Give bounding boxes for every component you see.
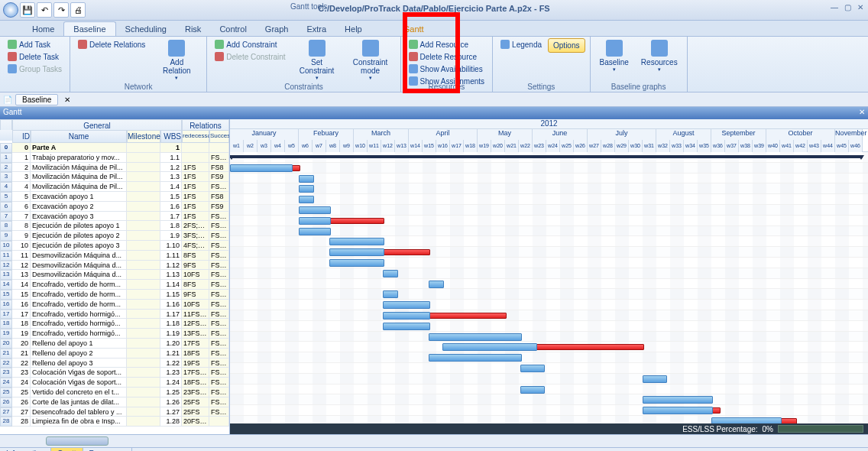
table-row[interactable]: 2222Relleno del apoyo 31.2219FSFS28	[0, 359, 229, 368]
ribbon-add-constraint[interactable]: Add Constraint	[212, 38, 288, 50]
table-row[interactable]: 2525Vertido del concreto en el t...1.252…	[0, 388, 229, 397]
maximize-icon[interactable]: ▢	[844, 3, 851, 11]
tab-help[interactable]: Help	[335, 22, 371, 36]
col-successors[interactable]: Succes	[209, 130, 229, 143]
table-row[interactable]: 1212Desmovilización Máquina d...1.129FSF…	[0, 261, 229, 271]
gantt-bar[interactable]	[230, 164, 293, 172]
table-row[interactable]: 2323Colocación Vigas de soport...1.2317F…	[0, 368, 229, 378]
options-button[interactable]: Options	[548, 38, 585, 53]
table-row[interactable]: 1414Encofrado, vertido de horm...1.148FS…	[0, 280, 229, 290]
tab-home[interactable]: Home	[23, 22, 63, 36]
table-row[interactable]: 1515Encofrado, vertido de horm...1.159FS…	[0, 290, 229, 300]
ribbon-add-resource[interactable]: Add Resource	[406, 38, 488, 50]
qat-redo-icon[interactable]: ↷	[53, 2, 69, 18]
table-row[interactable]: 1717Encofrado, vertido hormigó...1.1711F…	[0, 310, 229, 320]
table-row[interactable]: 77Excavación apoyo 31.71FSFS10	[0, 212, 229, 222]
table-row[interactable]: 2828Limpieza fin de obra e Insp...1.2820…	[0, 417, 229, 427]
gantt-bar[interactable]	[299, 185, 314, 193]
qat-undo-icon[interactable]: ↶	[37, 2, 52, 18]
gantt-bar[interactable]	[329, 259, 384, 267]
table-row[interactable]: 2121Relleno del apoyo 21.2118FSFS28	[0, 349, 229, 359]
table-row[interactable]: 2727Desencofrado del tablero y ...1.2725…	[0, 407, 229, 417]
table-row[interactable]: 1111Desmovilización Máquina d...1.118FSF…	[0, 251, 229, 261]
col-predecessors[interactable]: redecesso	[182, 130, 209, 143]
table-row[interactable]: 1616Encofrado, vertido de horm...1.1610F…	[0, 300, 229, 310]
ribbon-delete-task[interactable]: Delete Task	[5, 50, 65, 63]
gantt-bar[interactable]	[299, 206, 331, 214]
horizontal-scrollbar[interactable]	[0, 434, 868, 447]
gantt-bar[interactable]	[383, 301, 430, 309]
close-subtab-icon[interactable]: ✕	[64, 96, 70, 104]
ribbon-delete-resource[interactable]: Delete Resource	[406, 50, 488, 63]
tab-baseline[interactable]: Baseline	[63, 21, 115, 36]
table-row[interactable]: 1919Encofrado, vertido hormigó...1.1913F…	[0, 329, 229, 339]
tab-risk[interactable]: Risk	[176, 22, 210, 36]
gantt-bar[interactable]	[643, 407, 713, 414]
table-row[interactable]: 99Ejecución de pilotes apoyo 21.93FS;6FS…	[0, 231, 229, 241]
col-name[interactable]: Name	[31, 130, 127, 143]
gantt-bar[interactable]	[429, 313, 507, 319]
ribbon-delete-relations[interactable]: Delete Relations	[75, 38, 148, 50]
table-row[interactable]: 2424Colocación Vigas de soport...1.2418F…	[0, 378, 229, 388]
tab-control[interactable]: Control	[210, 22, 255, 36]
ribbon-baseline[interactable]: Baseline▾	[595, 38, 633, 74]
gantt-bar[interactable]	[383, 312, 430, 320]
gantt-bar[interactable]	[429, 333, 522, 341]
table-row[interactable]: 00Parte A1	[0, 143, 229, 153]
tab-scheduling[interactable]: Scheduling	[116, 22, 176, 36]
table-row[interactable]: 1010Ejecución de pilotes apoyo 31.104FS;…	[0, 241, 229, 251]
gantt-bar[interactable]	[429, 281, 444, 288]
gantt-bar[interactable]	[442, 343, 537, 351]
app-orb[interactable]	[3, 2, 18, 18]
gantt-bar[interactable]	[643, 375, 667, 383]
gantt-bar[interactable]	[299, 196, 314, 203]
gantt-bar[interactable]	[520, 365, 545, 372]
gantt-bar[interactable]	[383, 290, 398, 298]
table-row[interactable]: 44Movilización Máquina de Pil...1.41FSFS…	[0, 182, 229, 192]
table-row[interactable]: 33Movilización Máquina de Pil...1.31FSFS…	[0, 172, 229, 182]
qat-print-icon[interactable]: 🖨	[70, 2, 86, 18]
gantt-bar[interactable]	[643, 396, 713, 404]
gantt-bar[interactable]	[299, 175, 314, 183]
subtab-baseline[interactable]: Baseline	[15, 94, 58, 105]
table-row[interactable]: 66Excavación apoyo 21.61FSFS9	[0, 202, 229, 212]
gantt-bar[interactable]	[299, 217, 331, 225]
gantt-bar[interactable]	[383, 270, 398, 277]
ribbon-constraint-mode[interactable]: Constraint mode▾	[345, 38, 396, 83]
table-row[interactable]: 1313Desmovilización Máquina d...1.1310FS…	[0, 270, 229, 280]
bottom-tab-gantt[interactable]: Gantt	[51, 448, 83, 451]
ribbon-add-task[interactable]: Add Task	[5, 38, 65, 50]
table-row[interactable]: 11Trabajo preparatorio y mov...1.1FS2;FS	[0, 153, 229, 163]
bottom-tab-resources[interactable]: Resources	[83, 448, 133, 451]
gantt-bar[interactable]	[230, 155, 863, 158]
gantt-bar[interactable]	[383, 323, 430, 330]
gantt-bar[interactable]	[329, 238, 384, 245]
tab-extra[interactable]: Extra	[297, 22, 335, 36]
ribbon-show-availabilities[interactable]: Show Availabilities	[406, 63, 488, 75]
gantt-bar[interactable]	[383, 249, 430, 255]
gantt-chart[interactable]: 2012 JanuaryFebuaryMarchAprilMayJuneJuly…	[230, 119, 868, 434]
col-id[interactable]: ID	[12, 130, 31, 143]
gantt-bar[interactable]	[429, 354, 522, 362]
ribbon-set-constraint[interactable]: Set Constraint▾	[292, 38, 342, 83]
col-wbs[interactable]: WBS	[160, 130, 182, 143]
pane-close-icon[interactable]: ✕	[859, 108, 865, 118]
close-icon[interactable]: ✕	[857, 3, 863, 11]
table-row[interactable]: 1818Encofrado, vertido hormigó...1.1812F…	[0, 319, 229, 329]
minimize-icon[interactable]: —	[831, 3, 838, 11]
table-row[interactable]: 55Excavación apoyo 11.51FSFS8	[0, 192, 229, 202]
table-row[interactable]: 88Ejecución de pilotes apoyo 11.82FS;5FS…	[0, 221, 229, 231]
tab-graph[interactable]: Graph	[256, 22, 298, 36]
bottom-tab-information[interactable]: Information	[0, 448, 51, 451]
gantt-bar[interactable]	[520, 386, 545, 394]
table-row[interactable]: 2020Relleno del apoyo 11.2017FSFS28	[0, 339, 229, 349]
qat-save-icon[interactable]: 💾	[20, 2, 35, 18]
table-row[interactable]: 22Movilización Máquina de Pil...1.21FSFS…	[0, 163, 229, 173]
col-milestone[interactable]: Milestone	[127, 130, 160, 143]
tab-gantt[interactable]: Gantt	[394, 22, 433, 36]
ribbon-resources[interactable]: Resources▾	[636, 38, 682, 74]
ribbon-add-relation[interactable]: Add Relation▾	[151, 38, 202, 83]
table-row[interactable]: 2626Corte de las juntas de dilat...1.262…	[0, 397, 229, 407]
grid-scroll-thumb[interactable]	[46, 436, 108, 446]
gantt-bar[interactable]	[329, 248, 384, 256]
